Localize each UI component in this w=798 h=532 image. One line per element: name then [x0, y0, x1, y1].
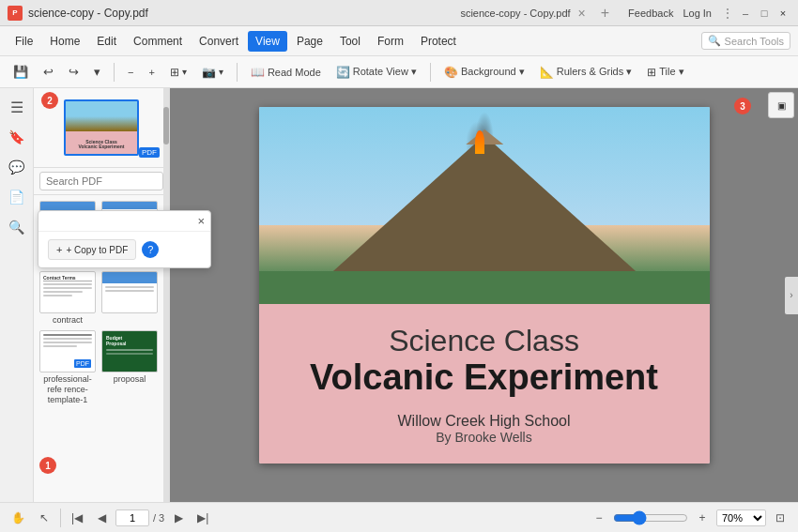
login-btn[interactable]: Log In: [683, 8, 712, 19]
search-pdf-input[interactable]: [39, 172, 163, 190]
rotate-view-btn[interactable]: 🔄 Rotate View ▾: [330, 63, 422, 82]
copy-popup-close-icon[interactable]: ×: [197, 215, 205, 227]
page-number-input[interactable]: [115, 509, 149, 526]
window-controls: – □ ×: [738, 6, 790, 21]
pdf-badge: PDF: [139, 147, 160, 158]
sidebar-bookmark-icon[interactable]: 🔖: [6, 126, 28, 148]
copy-to-pdf-popup: × + + Copy to PDF ?: [38, 210, 211, 268]
tile-btn[interactable]: ⊞ Tile ▾: [641, 63, 689, 82]
background-label: Background ▾: [461, 66, 525, 78]
menu-file[interactable]: File: [8, 31, 40, 52]
menu-edit[interactable]: Edit: [89, 31, 124, 52]
sidebar-scroll-thumb[interactable]: [163, 107, 169, 144]
list-item[interactable]: PDF professional-refe rence-template-1: [39, 330, 96, 404]
minimize-btn[interactable]: –: [738, 6, 753, 21]
statusbar-divider-1: [60, 509, 61, 527]
zoom-out-btn[interactable]: −: [122, 64, 139, 81]
template-thumb-proposal: BudgetProposal: [101, 330, 158, 372]
menu-page[interactable]: Page: [289, 31, 330, 52]
menu-home[interactable]: Home: [42, 31, 87, 52]
template-thumb-blank2: [101, 271, 158, 313]
background-btn[interactable]: 🎨 Background ▾: [438, 63, 530, 82]
read-mode-btn[interactable]: 📖 Read Mode: [245, 63, 327, 82]
thumb-pink-text: Science ClassVolcanic Experiment: [79, 140, 125, 150]
thumbnail-panel: 2 Science ClassVolcanic Experiment PDF: [34, 88, 170, 502]
badge-1: 1: [39, 457, 56, 474]
sidebar-expand-icon[interactable]: ☰: [6, 96, 28, 118]
list-item[interactable]: Contact Terms contract: [39, 271, 96, 326]
first-page-btn[interactable]: |◀: [67, 508, 87, 528]
page-thumb[interactable]: Science ClassVolcanic Experiment: [64, 99, 139, 156]
list-item[interactable]: [101, 271, 158, 326]
search-pdf-area: [34, 168, 169, 195]
sidebar-comment-icon[interactable]: 💬: [6, 156, 28, 178]
close-btn[interactable]: ×: [775, 6, 790, 21]
new-tab-icon[interactable]: +: [601, 5, 609, 22]
left-sidebar: ☰ 🔖 💬 📄 🔍: [0, 88, 34, 502]
menu-view[interactable]: View: [248, 31, 287, 52]
toolbar-undo[interactable]: ↩: [38, 62, 59, 82]
maximize-btn[interactable]: □: [757, 6, 772, 21]
zoom-fit-btn[interactable]: ⊡: [770, 508, 790, 528]
pdf-hero-image: [259, 107, 710, 304]
copy-to-pdf-label: + Copy to PDF: [66, 245, 128, 255]
menu-form[interactable]: Form: [370, 31, 411, 52]
copy-popup-content: + + Copy to PDF ?: [38, 232, 210, 267]
rulers-grids-btn[interactable]: 📐 Rulers & Grids ▾: [534, 63, 638, 82]
zoom-controls: − + 70% 50% 100% 150% 200% ⊡: [589, 508, 790, 528]
menu-comment[interactable]: Comment: [126, 31, 190, 52]
search-icon: 🔍: [708, 35, 721, 47]
ground-foliage: [259, 271, 710, 304]
read-mode-label: Read Mode: [268, 67, 321, 78]
rotate-view-label: Rotate View ▾: [353, 66, 417, 78]
minus-icon: −: [128, 67, 133, 78]
sidebar-page-icon[interactable]: 📄: [6, 186, 28, 208]
window-title: science-copy - Copy.pdf: [28, 7, 460, 20]
toolbar-save[interactable]: 💾: [8, 62, 34, 82]
list-item[interactable]: BudgetProposal proposal: [101, 330, 158, 404]
template-thumb-contract: Contact Terms: [39, 271, 96, 313]
menu-icon[interactable]: ⋮: [721, 6, 734, 21]
sidebar-search-icon[interactable]: 🔍: [6, 216, 28, 238]
menu-tool[interactable]: Tool: [332, 31, 368, 52]
cursor-tool-btn[interactable]: ↖: [34, 508, 54, 528]
pdf-area: 3 ▣ ›: [170, 88, 798, 502]
tile-label: Tile ▾: [659, 66, 683, 78]
help-icon[interactable]: ?: [142, 241, 159, 258]
page-thumbnail-area: 2 Science ClassVolcanic Experiment PDF: [34, 88, 169, 168]
menu-convert[interactable]: Convert: [192, 31, 246, 52]
right-panel-toggle[interactable]: ▣: [768, 92, 794, 118]
zoom-select[interactable]: 70% 50% 100% 150% 200%: [716, 509, 766, 526]
zoom-in-btn[interactable]: +: [143, 64, 160, 81]
prev-page-btn[interactable]: ◀: [91, 508, 112, 528]
toolbar-snapshot[interactable]: 📷 ▾: [196, 63, 229, 82]
chevron-right-icon: ›: [790, 290, 792, 300]
toolbar-redo[interactable]: ↪: [63, 62, 84, 82]
last-page-btn[interactable]: ▶|: [192, 508, 213, 528]
toolbar-layout[interactable]: ⊞ ▾: [164, 63, 192, 82]
next-page-btn[interactable]: ▶: [168, 508, 189, 528]
copy-popup-header: ×: [38, 211, 210, 232]
template-label-proposal: proposal: [114, 374, 146, 385]
zoom-slider[interactable]: [613, 510, 688, 525]
page-thumb-img: Science ClassVolcanic Experiment: [64, 99, 139, 156]
zoom-in-status-btn[interactable]: +: [692, 508, 713, 528]
feedback-btn[interactable]: Feedback: [628, 8, 673, 19]
collapse-right-btn[interactable]: ›: [785, 277, 798, 314]
sidebar-scrollbar[interactable]: [163, 88, 169, 502]
thumb-hero-section: [66, 101, 137, 131]
hand-tool-btn[interactable]: ✋: [8, 508, 28, 528]
statusbar: ✋ ↖ |◀ ◀ / 3 ▶ ▶| − + 70% 50% 100% 150% …: [0, 502, 798, 532]
pdf-page: Science Class Volcanic Experiment Willow…: [259, 107, 710, 464]
search-tools-box[interactable]: 🔍 Search Tools: [701, 32, 790, 50]
plus-icon-small: +: [56, 244, 62, 255]
copy-to-pdf-btn[interactable]: + + Copy to PDF: [48, 239, 136, 260]
toolbar-more[interactable]: ▾: [88, 62, 106, 82]
app-icon: P: [8, 6, 23, 21]
menu-protect[interactable]: Protect: [413, 31, 464, 52]
template-label-professional: professional-refe rence-template-1: [39, 374, 96, 404]
template-thumb-professional: PDF: [39, 330, 96, 372]
tab-close-icon[interactable]: ×: [578, 6, 586, 21]
zoom-out-status-btn[interactable]: −: [589, 508, 609, 528]
pdf-school: Willow Creek High School: [278, 413, 691, 430]
